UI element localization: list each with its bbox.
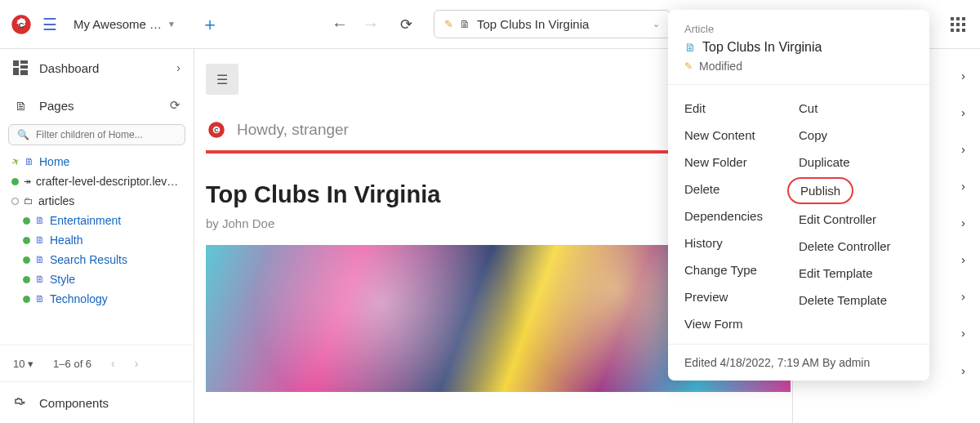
tree-label: Search Results: [50, 253, 127, 266]
dashboard-label: Dashboard: [39, 61, 99, 75]
tree-descriptor[interactable]: ↠ crafter-level-descriptor.level.…: [8, 171, 185, 191]
sidebar-item-dashboard[interactable]: Dashboard ›: [0, 49, 194, 87]
pencil-icon: ✎: [444, 18, 453, 30]
tree-child[interactable]: 🗎 Search Results: [8, 250, 185, 269]
tree-label: articles: [38, 194, 74, 207]
page-icon: 🗎: [35, 215, 45, 226]
sidebar-item-pages[interactable]: 🗎 Pages ⟳: [0, 87, 194, 124]
page-icon: 🗎: [460, 18, 470, 30]
page-icon: 🗎: [35, 274, 45, 285]
main-menu-icon[interactable]: ☰: [39, 11, 60, 38]
tree-label: Home: [39, 155, 69, 168]
project-name: My Awesome E…: [74, 17, 163, 31]
status-dot-icon: [23, 217, 30, 225]
tree-filter[interactable]: 🔍: [8, 124, 185, 145]
status-dot-icon: [11, 178, 19, 185]
menu-dependencies[interactable]: Dependencies: [684, 203, 799, 229]
pager-prev[interactable]: ‹: [111, 357, 115, 370]
menu-new-content[interactable]: New Content: [684, 122, 799, 149]
chevron-right-icon: ›: [961, 69, 965, 82]
left-sidebar: Dashboard › 🗎 Pages ⟳ 🔍 ✈ 🗎 Home ↠ craft…: [0, 49, 194, 423]
search-icon: 🔍: [17, 129, 29, 140]
menu-edit-template[interactable]: Edit Template: [799, 260, 913, 287]
page-icon: 🗎: [684, 41, 696, 54]
svg-rect-13: [20, 65, 28, 69]
popover-title: Top Clubs In Virginia: [702, 40, 822, 55]
popover-footer: Edited 4/18/2022, 7:19 AM By admin: [668, 344, 929, 369]
add-button[interactable]: ＋: [193, 7, 227, 42]
status-dot-icon: [23, 276, 30, 283]
pager-next[interactable]: ›: [135, 357, 139, 370]
chevron-right-icon: ›: [961, 105, 965, 119]
tree-home[interactable]: ✈ 🗎 Home: [8, 152, 185, 171]
tree-label: Technology: [50, 292, 108, 305]
plane-icon: ✈: [9, 154, 22, 168]
tree-child[interactable]: 🗎 Entertainment: [8, 211, 185, 230]
svg-text:C: C: [214, 127, 219, 134]
back-button[interactable]: ←: [332, 15, 348, 33]
popover-type: Article: [684, 23, 913, 35]
menu-view-form[interactable]: View Form: [684, 310, 799, 337]
menu-new-folder[interactable]: New Folder: [684, 149, 799, 176]
chevron-right-icon: ›: [961, 326, 965, 340]
menu-preview[interactable]: Preview: [684, 283, 799, 310]
menu-change-type[interactable]: Change Type: [684, 256, 799, 283]
tree-pager: 10 ▾ 1–6 of 6 ‹ ›: [0, 345, 194, 382]
menu-delete-controller[interactable]: Delete Controller: [799, 233, 913, 260]
svg-rect-9: [956, 29, 960, 32]
dashboard-icon: [13, 60, 28, 75]
refresh-button[interactable]: ⟳: [400, 16, 412, 33]
tree-child[interactable]: 🗎 Health: [8, 230, 185, 250]
pencil-icon: ✎: [684, 60, 693, 72]
chevron-right-icon: ›: [176, 61, 180, 74]
greeting-text: Howdy, stranger: [237, 121, 349, 139]
project-selector[interactable]: My Awesome E… ▼: [67, 12, 181, 36]
tree-child[interactable]: 🗎 Technology: [8, 289, 185, 309]
arrow-icon: ↠: [24, 176, 31, 187]
folder-icon: 🗀: [24, 195, 33, 207]
puzzle-icon: [13, 395, 28, 410]
popover-status: Modified: [699, 60, 742, 73]
menu-edit[interactable]: Edit: [684, 95, 799, 122]
page-size[interactable]: 10 ▾: [13, 358, 33, 370]
page-tree: ✈ 🗎 Home ↠ crafter-level-descriptor.leve…: [0, 152, 194, 309]
svg-rect-6: [956, 23, 960, 26]
svg-rect-8: [951, 29, 954, 32]
svg-rect-4: [962, 17, 965, 20]
context-menu-popover: Article 🗎 Top Clubs In Virginia ✎ Modifi…: [668, 10, 929, 381]
preview-menu-button[interactable]: ☰: [206, 64, 238, 95]
forward-button: →: [363, 15, 379, 33]
chevron-down-icon: ⌄: [653, 19, 660, 29]
history-nav: ← →: [332, 15, 379, 33]
page-address-bar[interactable]: ✎ 🗎 Top Clubs In Virginia ⌄: [434, 10, 670, 38]
apps-grid-icon[interactable]: [946, 12, 970, 37]
svg-rect-14: [13, 68, 19, 75]
tree-label: crafter-level-descriptor.level.…: [36, 175, 184, 188]
svg-rect-3: [956, 17, 960, 20]
pages-refresh-icon[interactable]: ⟳: [170, 98, 180, 113]
menu-copy[interactable]: Copy: [799, 122, 913, 149]
components-label: Components: [39, 396, 109, 410]
status-dot-icon: [23, 296, 30, 303]
page-icon: 🗎: [24, 156, 34, 167]
chevron-right-icon: ›: [961, 179, 965, 193]
menu-delete-template[interactable]: Delete Template: [799, 287, 913, 314]
svg-rect-2: [951, 17, 954, 20]
menu-edit-controller[interactable]: Edit Controller: [799, 206, 913, 233]
menu-cut[interactable]: Cut: [799, 95, 913, 122]
popover-header: Article 🗎 Top Clubs In Virginia ✎ Modifi…: [668, 23, 929, 85]
svg-rect-11: [13, 60, 19, 66]
menu-duplicate[interactable]: Duplicate: [799, 149, 913, 176]
tree-articles[interactable]: 🗀 articles: [8, 191, 185, 211]
chevron-right-icon: ›: [961, 216, 965, 229]
chevron-right-icon: ›: [961, 363, 965, 377]
tree-child[interactable]: 🗎 Style: [8, 269, 185, 289]
status-dot-icon: [23, 237, 30, 244]
sidebar-item-components[interactable]: Components: [0, 382, 194, 423]
menu-history[interactable]: History: [684, 229, 799, 256]
menu-delete[interactable]: Delete: [684, 176, 799, 203]
menu-publish[interactable]: Publish: [787, 177, 853, 204]
popover-menu: Edit New Content New Folder Delete Depen…: [668, 85, 929, 344]
svg-text:C: C: [19, 20, 24, 29]
filter-input[interactable]: [36, 129, 176, 140]
